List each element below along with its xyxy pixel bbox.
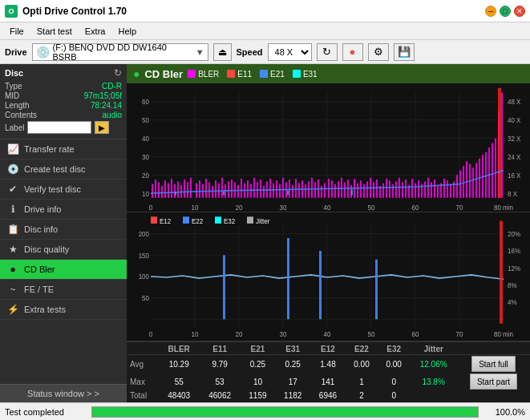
svg-rect-121 <box>427 178 429 198</box>
extra-tests-icon: ⚡ <box>6 304 19 315</box>
sidebar-item-verify-test-disc[interactable]: ✔ Verify test disc <box>0 180 127 200</box>
svg-rect-146 <box>175 192 176 195</box>
progress-percentage: 100.0% <box>485 407 525 417</box>
sidebar-item-transfer-rate[interactable]: 📈 Transfer rate <box>0 139 127 160</box>
sidebar-item-create-test-disc[interactable]: 💿 Create test disc <box>0 160 127 180</box>
svg-rect-67 <box>253 178 255 198</box>
sidebar-item-fe-te-label: FE / TE <box>24 285 54 294</box>
start-part-button[interactable]: Start part <box>470 374 517 390</box>
status-text: Test completed <box>5 407 85 417</box>
svg-rect-108 <box>386 179 387 198</box>
disc-length-val: 78:24.14 <box>91 101 122 110</box>
svg-rect-46 <box>184 180 185 198</box>
svg-text:50: 50 <box>142 295 149 302</box>
chart-legend-top: BLER E11 E21 E31 <box>188 70 318 79</box>
stats-col-label <box>127 344 159 355</box>
settings-button[interactable]: ⚙ <box>368 43 389 61</box>
sidebar-item-disc-info[interactable]: 📋 Disc info <box>0 220 127 240</box>
svg-rect-148 <box>287 191 289 196</box>
svg-rect-69 <box>260 180 261 198</box>
sidebar-item-disc-quality[interactable]: ★ Disc quality <box>0 240 127 260</box>
menu-extra[interactable]: Extra <box>80 25 111 38</box>
stats-avg-label: Avg <box>127 355 159 374</box>
svg-rect-99 <box>357 184 358 198</box>
svg-rect-102 <box>366 181 368 198</box>
chart-header: ● CD Bler BLER E11 E21 E31 <box>127 64 530 83</box>
stats-total-e31: 1182 <box>275 390 310 401</box>
menu-file[interactable]: File <box>5 25 29 38</box>
svg-rect-107 <box>382 184 384 198</box>
disc-contents-key: Contents <box>5 111 37 119</box>
svg-rect-110 <box>392 184 394 198</box>
svg-text:40 X: 40 X <box>508 116 521 125</box>
sidebar-item-cd-bler[interactable]: ● CD Bler <box>0 260 127 280</box>
eject-button[interactable]: ⏏ <box>213 43 232 61</box>
svg-text:4%: 4% <box>508 299 517 306</box>
svg-rect-126 <box>443 179 445 198</box>
burn-button[interactable]: ● <box>342 43 363 61</box>
legend-bler-dot <box>188 70 196 78</box>
minimize-button[interactable]: ─ <box>485 6 496 17</box>
svg-rect-38 <box>158 182 160 197</box>
svg-rect-194 <box>500 221 503 324</box>
svg-text:10: 10 <box>192 203 199 212</box>
titlebar-controls: ─ □ ✕ <box>485 6 525 17</box>
drive-dropdown-icon: ▼ <box>196 47 204 57</box>
close-button[interactable]: ✕ <box>514 6 525 17</box>
stats-total-e22: 2 <box>346 390 378 401</box>
stats-table: BLER E11 E21 E31 E12 E22 E32 Jitter Avg <box>127 344 530 401</box>
disc-label-go-button[interactable]: ▶ <box>95 121 109 134</box>
svg-text:16%: 16% <box>508 248 521 255</box>
stats-col-e11: E11 <box>200 344 241 355</box>
svg-rect-104 <box>373 182 374 197</box>
svg-text:20: 20 <box>236 330 243 337</box>
cd-bler-header-icon: ● <box>133 67 140 80</box>
svg-text:50: 50 <box>368 330 375 337</box>
save-button[interactable]: 💾 <box>394 43 415 61</box>
sidebar-item-fe-te[interactable]: ~ FE / TE <box>0 280 127 300</box>
status-window-button[interactable]: Status window > > <box>0 384 127 402</box>
stats-total-e32: 0 <box>378 390 410 401</box>
svg-text:Jitter: Jitter <box>256 218 270 225</box>
svg-rect-127 <box>447 180 448 198</box>
svg-rect-80 <box>295 179 297 198</box>
disc-contents-row: Contents audio <box>5 111 122 119</box>
svg-rect-85 <box>311 178 313 198</box>
stats-avg-e12: 1.48 <box>310 355 346 374</box>
stats-max-row: Max 55 53 10 17 141 1 0 13.8% Start part <box>127 373 530 390</box>
disc-type-key: Type <box>5 82 22 91</box>
maximize-button[interactable]: □ <box>500 6 511 17</box>
progress-bar <box>92 407 478 417</box>
sidebar-item-extra-tests-label: Extra tests <box>24 305 66 314</box>
svg-rect-142 <box>495 139 496 198</box>
svg-rect-60 <box>231 180 233 198</box>
svg-rect-111 <box>395 181 397 198</box>
stats-col-e31: E31 <box>275 344 310 355</box>
svg-rect-40 <box>164 180 166 198</box>
disc-label-input[interactable] <box>27 121 91 134</box>
drive-select[interactable]: 💿 (F:) BENQ DVD DD DW1640 BSRB ▼ <box>32 43 208 61</box>
svg-text:E22: E22 <box>192 218 204 225</box>
svg-rect-151 <box>151 216 157 224</box>
svg-text:50: 50 <box>368 203 375 212</box>
svg-rect-144 <box>501 92 503 197</box>
svg-rect-155 <box>215 216 221 224</box>
sidebar-item-drive-info[interactable]: ℹ Drive info <box>0 200 127 220</box>
svg-text:8%: 8% <box>508 282 517 289</box>
cd-bler-icon: ● <box>6 264 19 275</box>
speed-select[interactable]: 48 X <box>268 43 312 61</box>
refresh-button[interactable]: ↻ <box>317 43 338 61</box>
svg-text:20: 20 <box>236 203 243 212</box>
disc-refresh-icon[interactable]: ↻ <box>114 67 122 79</box>
menu-help[interactable]: Help <box>113 25 141 38</box>
legend-e11-label: E11 <box>237 70 252 79</box>
stats-header-row: BLER E11 E21 E31 E12 E22 E32 Jitter <box>127 344 530 355</box>
app-logo: O <box>5 5 18 18</box>
sidebar-item-extra-tests[interactable]: ⚡ Extra tests <box>0 300 127 320</box>
stats-max-e22: 1 <box>346 373 378 390</box>
svg-rect-130 <box>456 175 458 198</box>
charts-area: 60 50 40 30 20 10 48 X 40 X 32 X 24 X 16… <box>127 83 530 341</box>
menu-start-test[interactable]: Start test <box>32 25 77 38</box>
titlebar: O Opti Drive Control 1.70 ─ □ ✕ <box>0 0 530 22</box>
start-full-button[interactable]: Start full <box>471 356 516 372</box>
